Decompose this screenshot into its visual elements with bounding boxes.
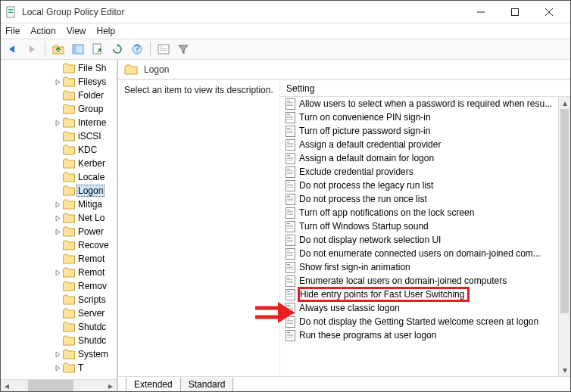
setting-item[interactable]: Exclude credential providers xyxy=(280,165,558,179)
tree-item[interactable]: Logon xyxy=(1,184,117,198)
maximize-button[interactable] xyxy=(498,2,532,23)
scroll-down-arrow[interactable]: ▾ xyxy=(559,364,570,376)
expand-icon[interactable] xyxy=(52,201,63,208)
setting-item[interactable]: Assign a default credential provider xyxy=(280,138,558,151)
column-header-setting[interactable]: Setting xyxy=(280,80,570,97)
setting-item[interactable]: Show first sign-in animation xyxy=(280,260,558,274)
setting-item[interactable]: Run these programs at user logon xyxy=(280,328,558,342)
expand-icon[interactable] xyxy=(52,215,63,222)
tree-item-label: KDC xyxy=(76,145,98,155)
setting-item[interactable]: Always use classic logon xyxy=(280,301,558,315)
menu-view[interactable]: View xyxy=(67,26,86,36)
policy-tree[interactable]: File ShFilesysFolderGroupInterneiSCSIKDC… xyxy=(1,60,117,379)
tree-item[interactable]: Remov xyxy=(1,279,117,293)
properties-button[interactable] xyxy=(155,41,172,58)
svg-rect-42 xyxy=(287,160,293,160)
menu-action[interactable]: Action xyxy=(30,26,55,36)
policy-icon xyxy=(285,262,296,273)
setting-label: Assign a default domain for logon xyxy=(299,153,434,163)
expand-icon[interactable] xyxy=(52,269,63,276)
expand-icon[interactable] xyxy=(52,365,63,372)
setting-item[interactable]: Turn off Windows Startup sound xyxy=(280,219,558,233)
expand-icon[interactable] xyxy=(52,229,63,235)
tree-item-label: Shutdc xyxy=(76,322,108,332)
tree-item[interactable]: Interne xyxy=(1,116,117,129)
expand-icon[interactable] xyxy=(52,79,63,86)
menu-help[interactable]: Help xyxy=(97,26,116,36)
tree-item[interactable]: KDC xyxy=(1,143,117,157)
description-pane: Select an item to view its description. xyxy=(118,80,279,376)
toolbar-separator xyxy=(45,42,45,57)
tree-item[interactable]: Locale xyxy=(1,170,117,184)
scroll-thumb[interactable] xyxy=(28,380,73,391)
window-controls xyxy=(463,2,566,23)
up-level-button[interactable] xyxy=(50,41,67,58)
setting-item[interactable]: Do not process the run once list xyxy=(280,192,558,206)
setting-label: Turn off picture password sign-in xyxy=(299,126,430,136)
tree-item[interactable]: System xyxy=(1,347,117,361)
tree-item[interactable]: Mitiga xyxy=(1,198,117,211)
tree-item[interactable]: Kerber xyxy=(1,157,117,170)
horizontal-scrollbar[interactable]: ◂ ▸ xyxy=(1,379,117,391)
export-list-button[interactable] xyxy=(89,41,106,58)
tree-item[interactable]: Shutdc xyxy=(1,320,117,334)
setting-item[interactable]: Hide entry points for Fast User Switchin… xyxy=(280,288,558,301)
svg-rect-2 xyxy=(8,11,13,11)
expand-icon[interactable] xyxy=(52,351,63,358)
settings-list-pane: Setting Allow users to select when a pas… xyxy=(279,80,570,376)
tree-item[interactable]: Power xyxy=(1,225,117,238)
tab-standard[interactable]: Standard xyxy=(181,378,234,391)
setting-item[interactable]: Do not display network selection UI xyxy=(280,233,558,247)
tree-item[interactable]: Net Lo xyxy=(1,211,117,225)
scroll-thumb[interactable] xyxy=(560,109,569,313)
policy-icon xyxy=(285,98,296,110)
scroll-up-arrow[interactable]: ▴ xyxy=(559,97,570,109)
setting-item[interactable]: Turn on convenience PIN sign-in xyxy=(280,110,558,124)
scroll-left-arrow[interactable]: ◂ xyxy=(1,380,13,391)
tree-item[interactable]: Filesys xyxy=(1,75,117,89)
tab-extended[interactable]: Extended xyxy=(126,378,181,391)
setting-item[interactable]: Turn off app notifications on the lock s… xyxy=(280,206,558,219)
back-button[interactable] xyxy=(4,41,20,58)
svg-rect-50 xyxy=(287,184,293,185)
help-button[interactable]: ? xyxy=(129,41,145,58)
tree-item[interactable]: Recove xyxy=(1,238,117,252)
svg-rect-90 xyxy=(287,293,293,294)
close-button[interactable] xyxy=(532,2,566,23)
show-hide-tree-button[interactable] xyxy=(70,41,86,58)
tree-item[interactable]: File Sh xyxy=(1,61,117,75)
tree-item[interactable]: Remot xyxy=(1,266,117,279)
tree-item-label: Remot xyxy=(76,267,106,278)
tree-item[interactable]: Group xyxy=(1,102,117,116)
tree-item[interactable]: T xyxy=(1,361,117,375)
menu-file[interactable]: File xyxy=(5,26,20,36)
settings-list[interactable]: Allow users to select when a password is… xyxy=(280,97,558,376)
svg-rect-69 xyxy=(287,237,290,238)
tree-item[interactable]: Remot xyxy=(1,252,117,266)
policy-icon xyxy=(285,235,296,246)
setting-item[interactable]: Do not enumerate connected users on doma… xyxy=(280,247,558,260)
svg-rect-25 xyxy=(287,116,293,117)
tree-item[interactable]: Server xyxy=(1,306,117,320)
setting-item[interactable]: Allow users to select when a password is… xyxy=(280,97,558,110)
vertical-scrollbar[interactable]: ▴ ▾ xyxy=(558,97,570,376)
expand-icon[interactable] xyxy=(52,120,63,126)
setting-item[interactable]: Enumerate local users on domain-joined c… xyxy=(280,274,558,288)
scroll-right-arrow[interactable]: ▸ xyxy=(105,380,117,391)
setting-item[interactable]: Do not display the Getting Started welco… xyxy=(280,315,558,328)
forward-button[interactable] xyxy=(23,41,40,58)
folder-icon xyxy=(63,281,75,291)
tree-item[interactable]: Folder xyxy=(1,89,117,102)
tree-item[interactable]: Shutdc xyxy=(1,334,117,347)
refresh-button[interactable] xyxy=(109,41,126,58)
folder-icon xyxy=(124,64,138,76)
filter-button[interactable] xyxy=(175,41,192,58)
tree-item[interactable]: Scripts xyxy=(1,293,117,306)
setting-label: Turn off Windows Startup sound xyxy=(299,221,429,232)
minimize-button[interactable] xyxy=(463,2,498,23)
setting-item[interactable]: Turn off picture password sign-in xyxy=(280,124,558,138)
tree-item[interactable]: iSCSI xyxy=(1,129,117,143)
setting-item[interactable]: Do not process the legacy run list xyxy=(280,179,558,192)
setting-item[interactable]: Assign a default domain for logon xyxy=(280,151,558,165)
setting-label: Assign a default credential provider xyxy=(299,139,441,150)
